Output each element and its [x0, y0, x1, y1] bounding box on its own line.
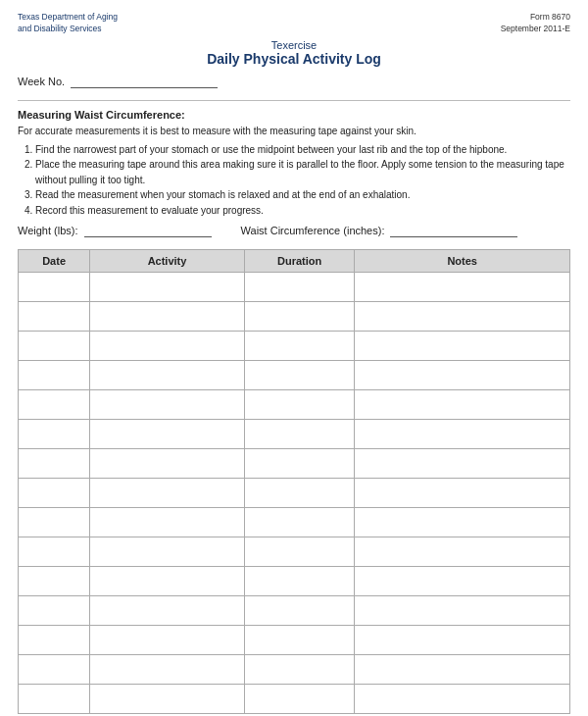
duration-cell[interactable]	[244, 655, 355, 685]
form-date: September 2011-E	[501, 24, 570, 35]
col-notes: Notes	[355, 250, 570, 273]
step-2: Place the measuring tape around this are…	[35, 157, 570, 187]
duration-cell[interactable]	[244, 390, 355, 420]
table-row[interactable]	[19, 302, 570, 332]
date-cell[interactable]	[19, 567, 90, 596]
activity-cell[interactable]	[90, 626, 245, 655]
activity-cell[interactable]	[90, 420, 245, 449]
col-date: Date	[19, 250, 90, 273]
duration-cell[interactable]	[244, 420, 355, 449]
table-row[interactable]	[19, 361, 570, 390]
notes-cell[interactable]	[355, 626, 570, 655]
table-row[interactable]	[19, 537, 570, 567]
notes-cell[interactable]	[355, 567, 570, 596]
form-info: Form 8670 September 2011-E	[501, 12, 570, 35]
duration-cell[interactable]	[244, 685, 355, 714]
waist-label: Waist Circumference (inches):	[241, 225, 385, 236]
date-cell[interactable]	[19, 449, 90, 479]
waist-field[interactable]	[390, 224, 517, 237]
week-row: Week No.	[18, 75, 570, 88]
date-cell[interactable]	[19, 390, 90, 420]
date-cell[interactable]	[19, 273, 90, 302]
notes-cell[interactable]	[355, 302, 570, 332]
date-cell[interactable]	[19, 508, 90, 537]
activity-cell[interactable]	[90, 273, 245, 302]
week-label: Week No.	[18, 76, 65, 87]
date-cell[interactable]	[19, 332, 90, 361]
duration-cell[interactable]	[244, 332, 355, 361]
activity-cell[interactable]	[90, 508, 245, 537]
activity-cell[interactable]	[90, 479, 245, 508]
date-cell[interactable]	[19, 685, 90, 714]
activity-cell[interactable]	[90, 685, 245, 714]
duration-cell[interactable]	[244, 273, 355, 302]
notes-cell[interactable]	[355, 508, 570, 537]
notes-cell[interactable]	[355, 449, 570, 479]
main-title: Daily Physical Activity Log	[18, 51, 570, 67]
date-cell[interactable]	[19, 626, 90, 655]
table-row[interactable]	[19, 479, 570, 508]
table-row[interactable]	[19, 626, 570, 655]
notes-cell[interactable]	[355, 655, 570, 685]
table-row[interactable]	[19, 449, 570, 479]
activity-cell[interactable]	[90, 390, 245, 420]
notes-cell[interactable]	[355, 332, 570, 361]
activity-cell[interactable]	[90, 449, 245, 479]
date-cell[interactable]	[19, 420, 90, 449]
notes-cell[interactable]	[355, 420, 570, 449]
org-line1: Texas Department of Aging	[18, 12, 118, 24]
notes-cell[interactable]	[355, 273, 570, 302]
notes-cell[interactable]	[355, 479, 570, 508]
activity-cell[interactable]	[90, 567, 245, 596]
divider	[18, 100, 570, 101]
table-row[interactable]	[19, 508, 570, 537]
duration-cell[interactable]	[244, 626, 355, 655]
duration-cell[interactable]	[244, 361, 355, 390]
table-row[interactable]	[19, 567, 570, 596]
subtitle: Texercise	[18, 39, 570, 51]
table-row[interactable]	[19, 390, 570, 420]
weight-label: Weight (lbs):	[18, 225, 78, 236]
table-row[interactable]	[19, 685, 570, 714]
measurements-row: Weight (lbs): Waist Circumference (inche…	[18, 224, 570, 237]
notes-cell[interactable]	[355, 537, 570, 567]
activity-cell[interactable]	[90, 332, 245, 361]
notes-cell[interactable]	[355, 685, 570, 714]
activity-table: Date Activity Duration Notes	[18, 249, 570, 714]
date-cell[interactable]	[19, 302, 90, 332]
date-cell[interactable]	[19, 596, 90, 626]
date-cell[interactable]	[19, 361, 90, 390]
table-row[interactable]	[19, 273, 570, 302]
duration-cell[interactable]	[244, 479, 355, 508]
date-cell[interactable]	[19, 655, 90, 685]
table-row[interactable]	[19, 332, 570, 361]
measuring-title: Measuring Waist Circumference:	[18, 109, 570, 121]
date-cell[interactable]	[19, 537, 90, 567]
measuring-steps: Find the narrowest part of your stomach …	[35, 142, 570, 219]
notes-cell[interactable]	[355, 390, 570, 420]
weight-field[interactable]	[84, 224, 212, 237]
activity-cell[interactable]	[90, 302, 245, 332]
date-cell[interactable]	[19, 479, 90, 508]
week-number-field[interactable]	[71, 75, 218, 88]
step-3: Read the measurement when your stomach i…	[35, 187, 570, 203]
measuring-section: Measuring Waist Circumference: For accur…	[18, 109, 570, 219]
table-row[interactable]	[19, 420, 570, 449]
activity-cell[interactable]	[90, 361, 245, 390]
title-section: Texercise Daily Physical Activity Log	[18, 39, 570, 67]
step-1: Find the narrowest part of your stomach …	[35, 142, 570, 158]
page-header: Texas Department of Aging and Disability…	[18, 12, 570, 35]
table-row[interactable]	[19, 655, 570, 685]
activity-cell[interactable]	[90, 655, 245, 685]
duration-cell[interactable]	[244, 567, 355, 596]
duration-cell[interactable]	[244, 449, 355, 479]
duration-cell[interactable]	[244, 537, 355, 567]
duration-cell[interactable]	[244, 302, 355, 332]
duration-cell[interactable]	[244, 508, 355, 537]
notes-cell[interactable]	[355, 361, 570, 390]
activity-cell[interactable]	[90, 537, 245, 567]
notes-cell[interactable]	[355, 596, 570, 626]
table-row[interactable]	[19, 596, 570, 626]
activity-cell[interactable]	[90, 596, 245, 626]
duration-cell[interactable]	[244, 596, 355, 626]
